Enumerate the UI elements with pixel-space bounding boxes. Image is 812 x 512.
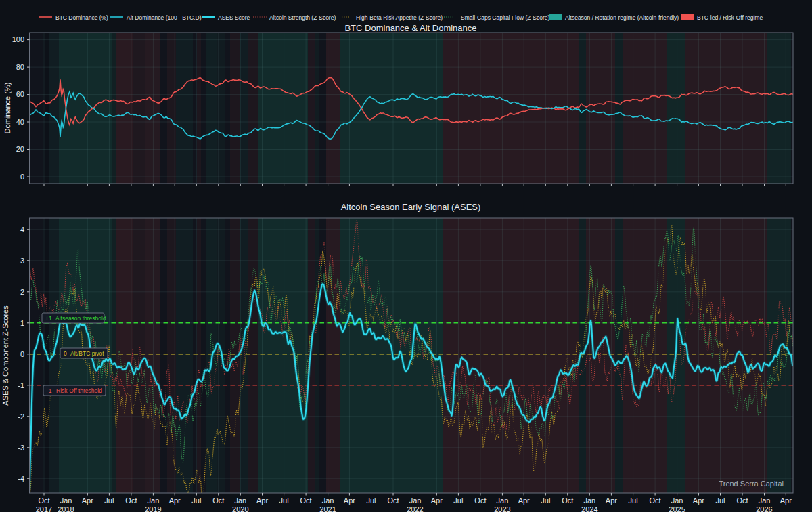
svg-text:Altcoin Season Early Signal (A: Altcoin Season Early Signal (ASES) — [341, 202, 481, 212]
svg-text:Apr: Apr — [431, 496, 443, 505]
svg-text:Jan: Jan — [322, 496, 334, 505]
svg-text:Oct: Oct — [650, 496, 661, 505]
svg-text:Altseason threshold: Altseason threshold — [55, 315, 106, 322]
svg-text:Altcoin Strength (Z-Score): Altcoin Strength (Z-Score) — [269, 14, 336, 21]
svg-text:Apr: Apr — [693, 496, 704, 505]
svg-text:Jan: Jan — [759, 496, 771, 505]
svg-text:BTC Dominance (%): BTC Dominance (%) — [55, 14, 108, 21]
svg-text:Oct: Oct — [38, 496, 49, 505]
svg-text:Jul: Jul — [191, 496, 201, 505]
svg-text:2: 2 — [20, 288, 24, 296]
svg-text:Jul: Jul — [366, 496, 376, 505]
svg-text:Jan: Jan — [60, 496, 72, 505]
svg-text:2022: 2022 — [407, 505, 423, 512]
svg-text:2021: 2021 — [319, 505, 336, 512]
svg-text:BTC-led / Risk-Off regime: BTC-led / Risk-Off regime — [697, 14, 763, 21]
svg-text:Oct: Oct — [562, 496, 573, 505]
svg-text:Risk-Off threshold: Risk-Off threshold — [56, 387, 102, 394]
svg-text:Jul: Jul — [715, 496, 725, 505]
svg-text:Oct: Oct — [125, 496, 137, 505]
svg-text:+1: +1 — [45, 315, 52, 322]
svg-text:Jul: Jul — [629, 496, 638, 505]
svg-text:ASES & Component Z-Scores: ASES & Component Z-Scores — [1, 305, 9, 406]
svg-text:2025: 2025 — [669, 505, 685, 512]
svg-text:-3: -3 — [18, 444, 24, 452]
svg-text:2023: 2023 — [494, 505, 510, 512]
svg-text:Oct: Oct — [474, 496, 486, 505]
svg-text:60: 60 — [16, 90, 24, 98]
svg-text:2019: 2019 — [145, 505, 161, 512]
svg-text:Alt/BTC pivot: Alt/BTC pivot — [70, 350, 104, 357]
svg-text:BTC Dominance & Alt Dominance: BTC Dominance & Alt Dominance — [344, 23, 476, 33]
svg-text:-4: -4 — [18, 475, 24, 483]
svg-text:High-Beta Risk Appetite (Z-Sco: High-Beta Risk Appetite (Z-Score) — [356, 14, 443, 21]
svg-text:Apr: Apr — [344, 496, 355, 505]
svg-text:Jul: Jul — [279, 496, 289, 505]
svg-text:Jan: Jan — [148, 496, 160, 505]
svg-text:Small-Caps Capital Flow (Z-Sco: Small-Caps Capital Flow (Z-Score) — [461, 14, 549, 21]
svg-text:Altseason / Rotation regime (A: Altseason / Rotation regime (Altcoin-fri… — [565, 14, 679, 21]
svg-text:2018: 2018 — [58, 505, 74, 512]
svg-text:Apr: Apr — [780, 496, 792, 505]
svg-text:Jan: Jan — [497, 496, 509, 505]
svg-text:Oct: Oct — [387, 496, 399, 505]
svg-text:-2: -2 — [18, 412, 24, 421]
svg-text:100: 100 — [12, 35, 24, 43]
svg-text:Jan: Jan — [234, 496, 246, 505]
svg-text:0: 0 — [64, 350, 67, 357]
svg-text:Jul: Jul — [541, 496, 550, 505]
svg-text:Oct: Oct — [736, 496, 748, 505]
svg-text:2020: 2020 — [232, 505, 248, 512]
svg-text:Dominance (%): Dominance (%) — [3, 83, 12, 134]
svg-text:2017: 2017 — [36, 505, 52, 512]
svg-text:-1: -1 — [18, 381, 24, 389]
svg-text:2026: 2026 — [756, 505, 772, 512]
svg-text:20: 20 — [16, 145, 24, 153]
svg-text:0: 0 — [20, 350, 24, 358]
svg-text:4: 4 — [20, 226, 24, 234]
svg-text:1: 1 — [20, 319, 24, 327]
svg-text:Alt Dominance (100 - BTC.D): Alt Dominance (100 - BTC.D) — [127, 14, 202, 21]
svg-text:ASES Score: ASES Score — [218, 14, 250, 21]
svg-text:Oct: Oct — [212, 496, 224, 505]
svg-text:Jan: Jan — [583, 496, 595, 505]
svg-text:Oct: Oct — [300, 496, 312, 505]
svg-text:80: 80 — [16, 63, 24, 71]
svg-text:Jul: Jul — [453, 496, 463, 505]
svg-text:3: 3 — [20, 257, 24, 265]
svg-text:Jan: Jan — [671, 496, 683, 505]
svg-text:Jan: Jan — [409, 496, 422, 505]
svg-text:Trend Serra Capital: Trend Serra Capital — [719, 479, 784, 488]
svg-text:Apr: Apr — [169, 496, 181, 505]
svg-text:40: 40 — [16, 118, 24, 126]
svg-text:Apr: Apr — [82, 496, 93, 505]
svg-text:Apr: Apr — [256, 496, 268, 505]
svg-text:2024: 2024 — [581, 505, 597, 512]
svg-text:Jul: Jul — [104, 496, 114, 505]
svg-text:-1: -1 — [47, 387, 52, 394]
svg-text:0: 0 — [20, 173, 24, 181]
svg-text:Apr: Apr — [606, 496, 617, 505]
svg-text:Apr: Apr — [518, 496, 530, 505]
